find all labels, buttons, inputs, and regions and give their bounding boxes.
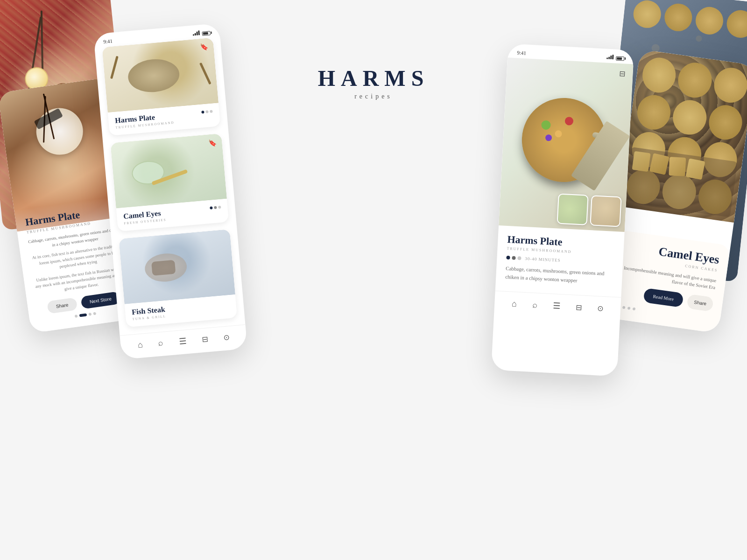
phone4-share-button[interactable]: Share: [687, 294, 714, 312]
phone1-next-button[interactable]: Next Store: [80, 291, 120, 309]
phone2-card1-dots: [201, 110, 212, 113]
phone3-bookmark[interactable]: ⊟: [619, 69, 626, 78]
dot3: [88, 313, 92, 316]
phone4-food-bg: [618, 49, 747, 222]
phone2-card2[interactable]: 🔖 Camel Eyes FRESH OYSTERIES: [111, 133, 229, 231]
phone2-card1-name: Harms Plate TRUFFLE MUSHROOMAND: [115, 112, 175, 130]
phone2-card2-image: 🔖: [111, 133, 227, 208]
phone2-card2-bookmark[interactable]: 🔖: [208, 139, 217, 147]
phone3-nav-list-icon[interactable]: ☰: [553, 301, 561, 311]
phone3-recipe-body: Harms Plate TRUFFLE MUSHROOMAND 30-40 MI…: [495, 225, 625, 294]
phone3-nav-home-icon[interactable]: ⌂: [511, 299, 517, 309]
phone3-recipe-time: 30-40 MINUTES: [525, 256, 561, 263]
brand-subtitle: recipes: [318, 93, 430, 100]
phone3-status-icons: [606, 54, 624, 61]
phone2-card1-image: 🔖: [102, 38, 218, 112]
phone3-battery-icon: [616, 56, 624, 61]
phone2-nav-bookmark-icon[interactable]: ⊟: [201, 335, 208, 344]
phone2-card1-title-row: Harms Plate TRUFFLE MUSHROOMAND: [115, 108, 214, 129]
phone2-nav-home-icon[interactable]: [137, 340, 143, 350]
phone2-card3[interactable]: Fish Steak TUNA & GRILL: [119, 229, 237, 327]
dot1: [75, 315, 78, 318]
phone3-nav-bookmark-icon[interactable]: ⊟: [576, 302, 582, 312]
dot4: [93, 312, 96, 315]
phone2-card1[interactable]: 🔖 Harms Plate TRUFFLE MUSHROOMAND: [102, 38, 221, 136]
phone2-card2-name: Camel Eyes FRESH OYSTERIES: [123, 209, 167, 225]
phone1-share-button[interactable]: Share: [47, 297, 78, 314]
brand-title: HARMS: [318, 65, 430, 91]
signal-bars: [192, 30, 200, 35]
phone2-card2-dots: [210, 206, 221, 210]
phone3-time: 9:41: [517, 49, 526, 56]
phone3: 9:41: [491, 43, 634, 376]
phone2-card3-title-row: Fish Steak TUNA & GRILL: [131, 300, 230, 321]
phone2-nav-search-icon[interactable]: [158, 338, 164, 348]
phone2-card1-bookmark[interactable]: 🔖: [200, 43, 208, 51]
phone2-card3-image: [119, 229, 235, 304]
phone3-thumb2: [590, 195, 621, 227]
phone3-thumbnails: [557, 193, 621, 227]
phone2-nav-user-icon[interactable]: ⊙: [223, 333, 230, 342]
phone2-time: 9:41: [103, 38, 113, 45]
phone3-recipe-desc: Cabbage, carrots, mushrooms, green onion…: [505, 265, 613, 287]
phone3-bottom-nav: ⌂ ⌕ ☰ ⊟ ⊙: [494, 291, 621, 321]
phone2-status-icons: [192, 29, 211, 36]
battery-icon: [202, 31, 211, 36]
phone4-read-more-button[interactable]: Read More: [643, 288, 684, 308]
dot2-active: [79, 313, 87, 317]
phone3-nav-user-icon[interactable]: ⊙: [597, 304, 604, 313]
phone2-nav-list-icon[interactable]: ☰: [178, 336, 187, 346]
phone3-thumb1: [557, 193, 588, 225]
scene: Harms Plate TRUFFLE MUSHROOMAND Cabbage,…: [0, 0, 747, 560]
phone3-recipe-dots: [506, 256, 521, 260]
phone3-signal-bars: [606, 54, 614, 59]
phone3-nav-search-icon[interactable]: ⌕: [532, 300, 537, 310]
phone2-card2-title-row: Camel Eyes FRESH OYSTERIES: [123, 204, 222, 225]
phone2-card3-name: Fish Steak TUNA & GRILL: [131, 305, 166, 321]
brand-center: HARMS recipes: [318, 65, 430, 100]
phone3-hero: ⊟: [499, 57, 633, 232]
phone3-recipe-meta: 30-40 MINUTES: [506, 255, 613, 266]
phone2-bottom-nav: ☰ ⊟ ⊙: [120, 324, 247, 357]
